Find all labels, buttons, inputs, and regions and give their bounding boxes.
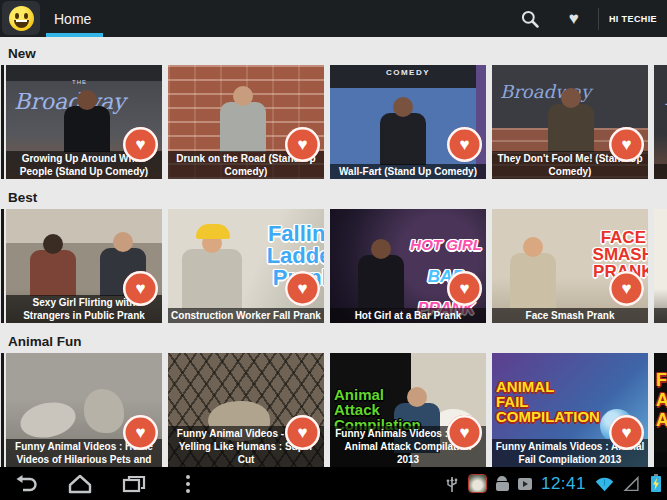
scroll-edge bbox=[1, 353, 4, 467]
section-label: Animal Fun bbox=[8, 333, 667, 350]
video-card[interactable]: Animal Attack Compilation ♥ Funny Animal… bbox=[330, 353, 486, 467]
heart-icon: ♥ bbox=[459, 280, 469, 297]
back-button[interactable] bbox=[12, 471, 40, 497]
android-icon bbox=[496, 482, 509, 491]
tab-home-label: Home bbox=[54, 11, 91, 27]
favorite-button[interactable]: ♥ bbox=[123, 127, 158, 162]
favorite-button[interactable]: ♥ bbox=[123, 271, 158, 306]
thumbnail-caption: ANIMAL FAIL COMPILATION bbox=[496, 379, 600, 424]
usb-icon bbox=[445, 474, 459, 494]
favorite-button[interactable]: ♥ bbox=[285, 415, 320, 450]
favorite-button[interactable]: ♥ bbox=[123, 415, 158, 450]
video-row: THE Broadway ♥ Growing Up Around White P… bbox=[0, 65, 667, 179]
video-card[interactable]: ♥ Sexy Girl Flirting with Strangers in P… bbox=[6, 209, 162, 323]
recents-button[interactable] bbox=[120, 471, 148, 497]
comedian-figure bbox=[64, 106, 110, 152]
video-thumbnail bbox=[654, 209, 667, 323]
video-card[interactable]: COMEDY ♥ Wall-Fart (Stand Up Comedy) bbox=[330, 65, 486, 179]
heart-icon: ♥ bbox=[297, 136, 307, 153]
battery-icon bbox=[651, 476, 661, 492]
favorite-button[interactable]: ♥ bbox=[447, 127, 482, 162]
divider bbox=[598, 8, 599, 30]
video-card[interactable]: Falling Ladder Prank ♥ Construction Work… bbox=[168, 209, 324, 323]
heart-icon: ♥ bbox=[297, 424, 307, 441]
comedian-figure bbox=[380, 113, 426, 165]
recents-icon bbox=[121, 473, 147, 495]
back-icon bbox=[13, 473, 39, 495]
worker-figure bbox=[182, 249, 242, 309]
comedian-figure bbox=[548, 104, 594, 152]
content-area: New THE Broadway ♥ Growing Up Around Whi… bbox=[0, 37, 667, 467]
video-card[interactable]: THE Broadway ♥ Growing Up Around White P… bbox=[6, 65, 162, 179]
notification-app-icon bbox=[468, 474, 487, 493]
video-card[interactable]: ANIMAL FAIL COMPILATION ♥ Funny Animals … bbox=[492, 353, 648, 467]
heart-icon: ♥ bbox=[621, 424, 631, 441]
video-title: Construction Worker Fall Prank bbox=[168, 308, 324, 323]
status-tray[interactable]: 12:41 bbox=[445, 467, 661, 500]
search-icon bbox=[520, 9, 540, 29]
thumbnail-caption: FU AN AT bbox=[656, 371, 667, 430]
favorite-button[interactable]: ♥ bbox=[609, 127, 644, 162]
video-card[interactable]: ♥ Pra bbox=[654, 209, 667, 323]
comedian-figure bbox=[220, 102, 266, 152]
home-button[interactable] bbox=[66, 471, 94, 497]
video-row: ♥ Funny Animal Videos : Home Videos of H… bbox=[0, 353, 667, 467]
app-icon[interactable] bbox=[2, 1, 40, 35]
heart-icon: ♥ bbox=[459, 424, 469, 441]
woman-figure bbox=[30, 250, 76, 296]
girl-figure bbox=[358, 255, 404, 309]
section-new: New THE Broadway ♥ Growing Up Around Whi… bbox=[0, 45, 667, 179]
video-thumbnail: FU AN AT bbox=[654, 353, 667, 467]
person-figure bbox=[510, 253, 556, 309]
section-best: Best ♥ Sexy Girl Flirting with Strangers… bbox=[0, 189, 667, 323]
favorite-button[interactable]: ♥ bbox=[285, 271, 320, 306]
sign-text: THE bbox=[72, 79, 87, 85]
wifi-icon bbox=[595, 476, 614, 492]
heart-icon: ♥ bbox=[135, 136, 145, 153]
favorites-button[interactable]: ♥ bbox=[552, 0, 596, 37]
section-label: Best bbox=[8, 189, 667, 206]
user-menu[interactable]: HI TECHIE bbox=[601, 14, 667, 24]
video-card[interactable]: FU AN AT ♥ Fun Ani bbox=[654, 353, 667, 467]
app-window: Home ♥ HI TECHIE New bbox=[0, 0, 667, 500]
signal-icon bbox=[623, 476, 640, 492]
video-row: ♥ Sexy Girl Flirting with Strangers in P… bbox=[0, 209, 667, 323]
favorite-button[interactable]: ♥ bbox=[447, 271, 482, 306]
curtain-art bbox=[476, 65, 486, 179]
tab-home[interactable]: Home bbox=[42, 0, 109, 37]
video-title: Fun Ani bbox=[654, 452, 667, 467]
video-card[interactable]: Broadway ♥ They Don't Fool Me! (Stand Up… bbox=[492, 65, 648, 179]
scroll-edge bbox=[1, 209, 4, 323]
caption-line: HOT GIRL bbox=[410, 237, 482, 252]
video-card[interactable]: ♥ Drunk on the Road (Stand Up Comedy) bbox=[168, 65, 324, 179]
nav-buttons bbox=[12, 467, 202, 500]
heart-icon: ♥ bbox=[459, 136, 469, 153]
favorite-button[interactable]: ♥ bbox=[447, 415, 482, 450]
download-icon bbox=[518, 478, 532, 490]
scroll-edge bbox=[1, 65, 4, 179]
video-card[interactable]: B ♥ Fat bbox=[654, 65, 667, 179]
smiley-icon bbox=[9, 6, 34, 31]
video-card[interactable]: FACE SMASH PRANK ♥ Face Smash Prank bbox=[492, 209, 648, 323]
video-title: Fat bbox=[654, 164, 667, 179]
heart-icon: ♥ bbox=[135, 424, 145, 441]
video-title: Hot Girl at a Bar Prank bbox=[330, 308, 486, 323]
heart-icon: ♥ bbox=[569, 10, 579, 27]
pet-art bbox=[84, 389, 124, 433]
hard-hat-art bbox=[196, 224, 230, 239]
favorite-button[interactable]: ♥ bbox=[285, 127, 320, 162]
video-card[interactable]: ♥ Funny Animal Videos : Home Videos of H… bbox=[6, 353, 162, 467]
dog-art bbox=[17, 398, 79, 443]
search-button[interactable] bbox=[508, 0, 552, 37]
charging-bolt-icon bbox=[652, 478, 660, 490]
video-card[interactable]: HOT GIRL BAR PRANK ♥ Hot Girl at a Bar P… bbox=[330, 209, 486, 323]
system-navigation-bar: 12:41 bbox=[0, 467, 667, 500]
favorite-button[interactable]: ♥ bbox=[609, 415, 644, 450]
home-icon bbox=[67, 473, 93, 495]
menu-button[interactable] bbox=[174, 471, 202, 497]
action-bar: Home ♥ HI TECHIE bbox=[0, 0, 667, 37]
video-title: Wall-Fart (Stand Up Comedy) bbox=[330, 164, 486, 179]
video-title: Pra bbox=[654, 308, 667, 323]
favorite-button[interactable]: ♥ bbox=[609, 271, 644, 306]
video-card[interactable]: ♥ Funny Animal Videos - Goats Yelling Li… bbox=[168, 353, 324, 467]
